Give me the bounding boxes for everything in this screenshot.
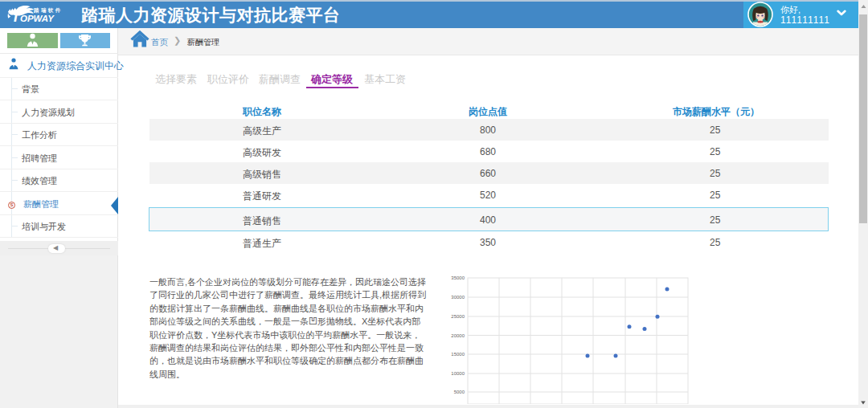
svg-text:30000: 30000 [451, 295, 465, 300]
svg-text:35000: 35000 [451, 275, 465, 280]
svg-text:踏瑞软件: 踏瑞软件 [33, 7, 63, 14]
svg-text:10000: 10000 [451, 371, 465, 376]
svg-text:20000: 20000 [451, 333, 465, 338]
svg-text:5000: 5000 [454, 390, 465, 394]
svg-text:25000: 25000 [451, 314, 465, 319]
svg-text:15000: 15000 [451, 352, 465, 357]
